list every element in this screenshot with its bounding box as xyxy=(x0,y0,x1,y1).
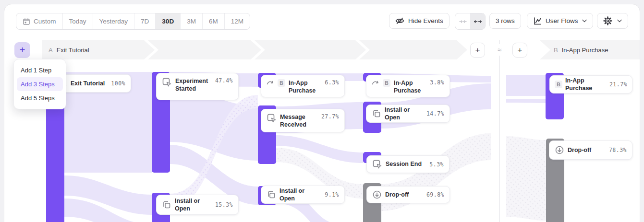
node-card-session-end[interactable]: Session End 5.3% xyxy=(366,155,450,173)
range-custom-label: Custom xyxy=(34,18,56,25)
node-label: Message Received xyxy=(280,113,318,129)
end-step-title: In-App Purchase xyxy=(562,47,608,54)
user-flows-panel: Custom Today Yesterday 7D 30D 3M 6M 12M … xyxy=(0,0,644,222)
calendar-icon xyxy=(23,18,30,25)
expand-columns-button[interactable] xyxy=(470,13,485,29)
width-toggle-control xyxy=(455,13,486,30)
node-card-install-or-open-91[interactable]: Install or Open 9.1% xyxy=(261,186,345,204)
view-selector-button[interactable]: User Flows xyxy=(527,13,593,29)
node-label: Drop-off xyxy=(568,146,591,154)
node-label: In-App Purchase xyxy=(289,79,319,95)
menu-item-add-3-steps[interactable]: Add 3 Steps xyxy=(17,77,63,91)
node-label: Experiment Started xyxy=(175,77,212,93)
expand-arrows-icon xyxy=(474,18,482,25)
event-click-icon xyxy=(372,159,382,169)
install-open-icon xyxy=(372,109,381,118)
rows-button[interactable]: 3 rows xyxy=(489,13,521,29)
node-card-dropoff-69[interactable]: Drop-off 69.8% xyxy=(366,186,450,203)
node-label: In-App Purchase xyxy=(565,77,607,93)
end-event-badge: B xyxy=(383,79,390,87)
start-step-title: Exit Tutorial xyxy=(57,47,89,54)
node-card-install-or-open-147[interactable]: Install or Open 14.7% xyxy=(366,105,450,123)
node-label: Session End xyxy=(386,160,422,168)
node-percent: 14.7% xyxy=(426,110,444,117)
jump-arrow-icon xyxy=(267,79,274,85)
node-label: In-App Purchase xyxy=(394,79,425,95)
install-open-icon xyxy=(267,190,276,199)
event-click-icon xyxy=(267,113,277,123)
node-label: Exit Tutorial xyxy=(71,80,105,87)
rows-label: 3 rows xyxy=(496,17,515,24)
end-step-header[interactable]: B In-App Purchase xyxy=(554,40,608,59)
hide-events-button[interactable]: Hide Events xyxy=(389,13,450,29)
node-percent: 27.7% xyxy=(321,113,339,120)
dropoff-icon xyxy=(372,190,382,199)
menu-item-add-5-steps[interactable]: Add 5 Steps xyxy=(17,91,63,105)
settings-button[interactable] xyxy=(597,13,628,29)
hide-events-label: Hide Events xyxy=(408,17,443,24)
menu-item-add-1-step[interactable]: Add 1 Step xyxy=(17,63,63,77)
end-step-letter: B xyxy=(554,47,558,54)
range-today[interactable]: Today xyxy=(63,13,93,29)
add-steps-button[interactable]: + xyxy=(14,42,30,58)
node-card-experiment-started[interactable]: Experiment Started 47.4% xyxy=(156,73,239,100)
install-open-icon xyxy=(162,200,171,210)
node-percent: 9.1% xyxy=(325,191,339,198)
chevron-down-icon xyxy=(617,19,622,23)
chevron-down-icon xyxy=(582,19,587,23)
node-label: Drop-off xyxy=(385,191,409,199)
view-selector-label: User Flows xyxy=(546,17,578,24)
flows-chart-icon xyxy=(533,17,542,25)
range-yesterday[interactable]: Yesterday xyxy=(93,13,135,29)
range-30d[interactable]: 30D xyxy=(156,13,181,29)
gear-icon xyxy=(603,16,612,25)
add-step-right-button[interactable]: + xyxy=(470,43,485,58)
node-percent: 5.3% xyxy=(429,161,444,168)
step-header-band xyxy=(42,40,640,59)
node-percent: 78.3% xyxy=(609,147,627,153)
node-card-inapp-purchase-217[interactable]: B In-App Purchase 21.7% xyxy=(549,75,632,93)
range-7d[interactable]: 7D xyxy=(134,13,156,29)
node-card-dropoff-78[interactable]: Drop-off 78.3% xyxy=(549,140,632,160)
end-event-badge: B xyxy=(555,81,562,88)
node-card-inapp-purchase-38[interactable]: B In-App Purchase 3.8% xyxy=(366,75,450,97)
range-6m[interactable]: 6M xyxy=(203,13,225,29)
jump-arrow-icon xyxy=(372,79,379,85)
node-percent: 21.7% xyxy=(609,81,627,88)
dropoff-icon xyxy=(555,145,564,155)
node-label: Install or Open xyxy=(175,197,212,213)
node-percent: 15.3% xyxy=(215,201,233,208)
date-range-control: Custom Today Yesterday 7D 30D 3M 6M 12M xyxy=(16,13,250,30)
end-event-badge: B xyxy=(278,79,285,87)
node-percent: 47.4% xyxy=(215,77,233,84)
node-label: Install or Open xyxy=(279,187,321,203)
approx-gap-symbol: ≈ xyxy=(493,44,506,56)
range-3m[interactable]: 3M xyxy=(181,13,203,29)
event-click-icon xyxy=(162,77,172,87)
range-12m[interactable]: 12M xyxy=(225,13,250,29)
start-step-header[interactable]: A Exit Tutorial xyxy=(49,40,89,59)
eye-off-icon xyxy=(395,16,404,25)
collapse-arrows-icon xyxy=(459,18,467,25)
node-percent: 69.8% xyxy=(426,191,444,198)
node-card-install-or-open-15[interactable]: Install or Open 15.3% xyxy=(156,195,239,215)
node-percent: 3.8% xyxy=(430,79,444,86)
add-step-left-of-end-button[interactable]: + xyxy=(512,43,527,58)
node-card-inapp-purchase-63[interactable]: B In-App Purchase 6.3% xyxy=(261,75,345,97)
node-label: Install or Open xyxy=(385,106,423,122)
node-card-message-received[interactable]: Message Received 27.7% xyxy=(261,109,345,132)
node-percent: 6.3% xyxy=(325,79,339,86)
collapse-columns-button[interactable] xyxy=(455,13,470,29)
range-custom[interactable]: Custom xyxy=(16,13,63,29)
start-step-letter: A xyxy=(49,47,53,54)
add-steps-menu: Add 1 Step Add 3 Steps Add 5 Steps xyxy=(13,59,66,109)
node-percent: 100% xyxy=(111,80,125,87)
